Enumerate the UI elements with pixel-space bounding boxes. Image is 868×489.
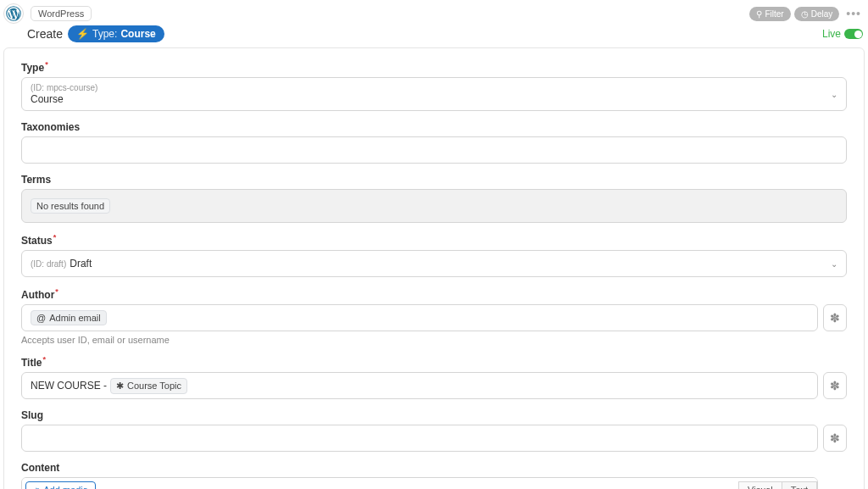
wordpress-icon [6, 6, 21, 21]
page-title: Create [27, 27, 63, 41]
clock-icon: ◷ [801, 9, 809, 19]
tab-visual[interactable]: Visual [738, 481, 782, 489]
title-variable-chip[interactable]: ✱ Course Topic [110, 378, 187, 394]
author-asterisk-button[interactable]: ✽ [823, 304, 847, 331]
chevron-down-icon: ⌄ [831, 259, 837, 269]
terms-label: Terms [21, 174, 847, 186]
more-menu[interactable]: ••• [843, 7, 865, 20]
media-icon: ♫ [33, 485, 40, 489]
live-toggle[interactable] [844, 29, 863, 39]
content-editor: ♫ Add media Visual Text Paragraph B I ☰ … [21, 477, 818, 489]
no-results-chip: No results found [31, 198, 110, 214]
taxonomies-input[interactable] [21, 136, 847, 164]
at-icon: @ [36, 313, 46, 323]
variable-icon: ✱ [116, 381, 124, 392]
filter-icon: ⚲ [756, 9, 762, 19]
author-label: Author [21, 287, 847, 301]
author-helper: Accepts user ID, email or username [21, 335, 847, 345]
tab-text[interactable]: Text [782, 481, 817, 489]
taxonomies-label: Taxonomies [21, 121, 847, 133]
terms-box: No results found [21, 189, 847, 223]
chevron-down-icon: ⌄ [831, 90, 837, 99]
author-chip[interactable]: @ Admin email [31, 310, 107, 325]
status-select[interactable]: (ID: draft) Draft ⌄ [21, 250, 847, 277]
slug-asterisk-button[interactable]: ✽ [823, 425, 847, 452]
add-media-button[interactable]: ♫ Add media [25, 481, 96, 489]
author-input[interactable]: @ Admin email [21, 304, 818, 331]
slug-input[interactable] [21, 425, 818, 452]
integration-badge: WordPress [31, 6, 92, 21]
type-chip[interactable]: ⚡ Type: Course [68, 25, 164, 42]
type-select[interactable]: (ID: mpcs-course) Course ⌄ [21, 77, 847, 111]
delay-button[interactable]: ◷ Delay [794, 7, 840, 21]
slug-label: Slug [21, 409, 847, 421]
status-label: Status [21, 233, 847, 247]
live-label: Live [822, 28, 841, 40]
title-label: Title [21, 355, 847, 369]
wordpress-logo [3, 3, 24, 24]
form-panel: Type (ID: mpcs-course) Course ⌄ Taxonomi… [3, 47, 865, 489]
content-label: Content [21, 462, 847, 474]
type-label: Type [21, 60, 847, 74]
title-asterisk-button[interactable]: ✽ [823, 372, 847, 399]
filter-button[interactable]: ⚲ Filter [749, 7, 790, 21]
bolt-icon: ⚡ [76, 28, 89, 40]
title-input[interactable]: NEW COURSE - ✱ Course Topic [21, 372, 818, 399]
